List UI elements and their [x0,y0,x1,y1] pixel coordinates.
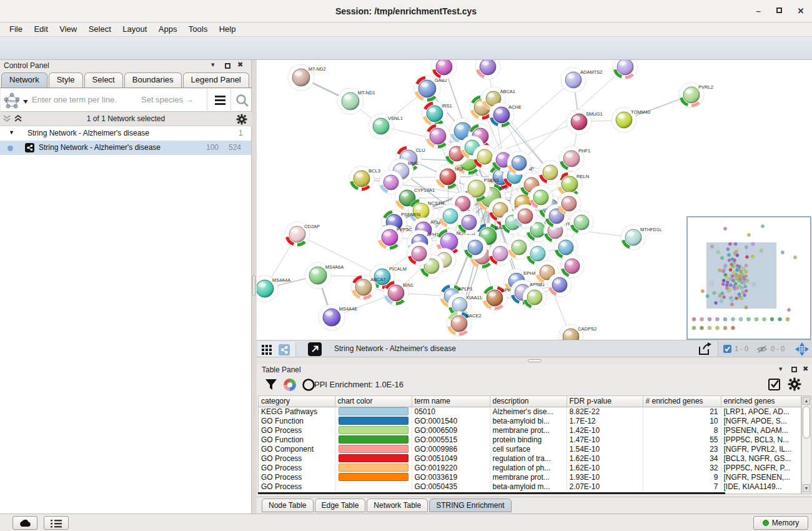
column-header[interactable]: term name [412,396,490,407]
filter-icon[interactable] [264,378,278,392]
network-node[interactable]: VSNL1 [369,114,403,139]
tab-network-table[interactable]: Network Table [367,499,428,512]
panel-close-icon[interactable]: ✖ [237,61,243,69]
network-node[interactable]: MTHFD1L [621,225,662,250]
menu-apps[interactable]: Apps [154,22,182,36]
panel-collapse-icon[interactable]: ▾ [779,365,783,373]
table-settings-gear-icon[interactable] [788,377,801,391]
menu-file[interactable]: File [5,22,27,36]
table-row[interactable]: GO Component GO:0009986 cell surface 1.5… [259,444,801,454]
network-node[interactable] [538,161,562,184]
table-row[interactable]: GO Function GO:0005515 protein binding 1… [259,435,801,444]
select-columns-icon[interactable] [768,378,781,392]
panel-float-icon[interactable] [791,367,797,372]
tab-style[interactable]: Style [49,72,83,87]
scrollbar-thumb[interactable] [803,406,810,439]
memory-button[interactable]: Memory [753,516,808,530]
network-node[interactable] [475,60,500,79]
menu-select[interactable]: Select [84,22,116,36]
close-button[interactable]: ✕ [795,5,807,17]
table-row[interactable]: GO Process GO:0050435 beta-amyloid m... … [259,482,801,491]
column-header[interactable]: enriched genes [721,396,801,407]
table-row[interactable]: GO Function GO:0001540 beta-amyloid bi..… [259,416,801,425]
network-node[interactable]: GAB2 [414,76,447,102]
network-node[interactable]: MS4A4E [319,304,357,330]
panel-collapse-icon[interactable]: ▾ [211,61,215,69]
birds-eye-view[interactable] [686,216,811,340]
chart-color-icon[interactable] [283,378,297,392]
menu-help[interactable]: Help [215,22,240,36]
table-row[interactable]: GO Process GO:0019220 regulation of ph..… [259,463,801,472]
network-node[interactable]: MS4A4A [257,275,290,302]
share-view-icon[interactable] [279,344,290,355]
network-node[interactable] [570,211,593,234]
network-node[interactable] [507,151,531,175]
enrichment-table[interactable]: categorychart colorterm namedescriptionF… [258,395,801,494]
horizontal-splitter[interactable] [257,357,812,364]
column-header[interactable]: # enriched genes [643,396,721,407]
network-collection-row[interactable]: ▼ String Network - Alzheimer's disease 1 [0,126,251,141]
navigate-compass-icon[interactable] [795,342,810,357]
tab-select[interactable]: Select [84,72,123,87]
maximize-button[interactable] [776,7,782,13]
network-node[interactable]: ADAMTS2 [561,67,602,92]
minimize-button[interactable]: – [752,5,765,17]
menu-layout[interactable]: Layout [118,22,151,36]
network-node[interactable] [513,204,537,228]
selected-nodes-icon[interactable] [723,345,732,354]
network-node[interactable]: TOMM40 [611,107,650,132]
network-node[interactable]: SMUG1 [567,109,603,134]
remove-chart-icon[interactable] [302,378,315,392]
table-row[interactable]: GO Process GO:0051049 regulation of tra.… [259,454,801,463]
network-node[interactable] [529,186,553,209]
network-node[interactable]: ACHE [489,102,522,127]
network-node[interactable] [560,254,584,278]
hidden-nodes-icon[interactable] [757,345,768,354]
tree-expander-icon[interactable]: ▼ [9,129,14,136]
splitter-handle[interactable] [528,359,542,362]
table-horizontal-scrollbar[interactable] [258,492,725,494]
cloud-tasks-button[interactable] [12,516,37,530]
network-node[interactable] [457,211,481,234]
table-vertical-scrollbar[interactable]: ▲ ▼ [801,395,811,494]
string-options-icon[interactable] [214,94,227,107]
panel-float-icon[interactable] [225,63,230,69]
table-row[interactable]: GO Process GO:0006509 membrane prot... 1… [259,425,801,435]
splitter-handle[interactable] [252,275,255,296]
detach-view-icon[interactable] [308,342,322,356]
network-node[interactable]: BCL3 [349,166,380,191]
network-node[interactable]: BIN1 [384,280,413,305]
network-node[interactable] [407,242,431,266]
network-node[interactable] [613,60,638,79]
column-header[interactable]: category [259,396,335,407]
column-header[interactable]: description [490,396,567,407]
tab-legend-panel[interactable]: Legend Panel [183,72,249,87]
tab-string-enrichment[interactable]: STRING Enrichment [429,499,511,512]
export-network-icon[interactable] [698,342,713,356]
menu-edit[interactable]: Edit [29,22,52,36]
tab-network[interactable]: Network [1,72,47,87]
string-logo-icon[interactable]: STRING [2,91,27,110]
panel-close-icon[interactable]: ✖ [803,365,808,373]
network-node[interactable]: MT-ND1 [337,88,375,114]
network-canvas[interactable]: MT-ND2MT-ND1VSNL1GAB2ADAMTS2PVRL2TOMM40S… [257,60,812,340]
grid-view-icon[interactable] [261,344,272,355]
network-node[interactable]: BACE2 [447,311,482,336]
network-node[interactable] [523,285,547,309]
table-row[interactable]: GO Process GO:0033619 membrane prot... 1… [259,472,801,482]
tab-edge-table[interactable]: Edge Table [315,499,366,512]
scroll-up-button[interactable]: ▲ [803,397,810,405]
network-row[interactable]: String Network - Alzheimer's disease 100… [0,141,251,155]
column-header[interactable]: chart color [335,396,412,407]
column-header[interactable]: FDR p-value [567,396,643,407]
tab-boundaries[interactable]: Boundaries [124,72,182,87]
scroll-down-button[interactable]: ▼ [803,484,810,492]
network-node[interactable] [432,60,457,79]
set-species-label[interactable]: Set species → [141,95,194,104]
network-node[interactable]: PHF1 [559,146,590,171]
table-row[interactable]: KEGG Pathways 05010 Alzheimer's dise... … [259,407,801,416]
network-options-gear-icon[interactable] [236,114,247,125]
menu-view[interactable]: View [55,22,81,36]
network-node[interactable] [463,236,487,259]
network-node[interactable]: PPP5C [377,225,412,250]
